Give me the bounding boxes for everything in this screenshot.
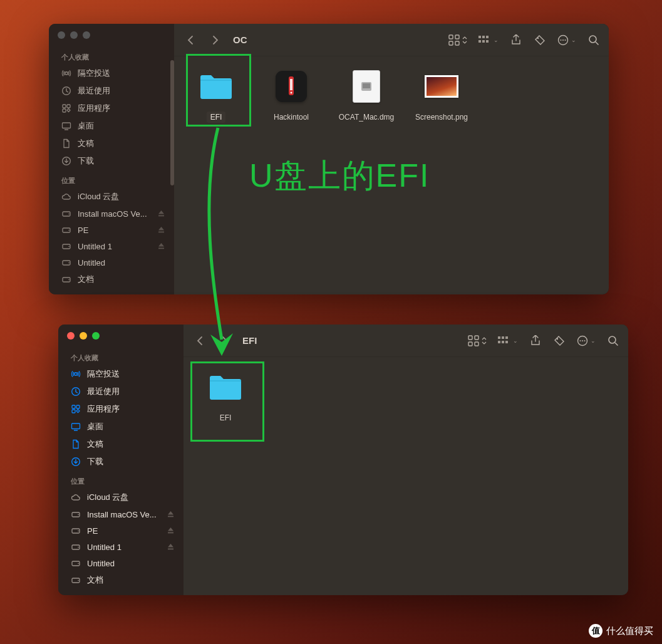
desktop-icon	[61, 121, 71, 131]
svg-point-63	[78, 580, 79, 581]
files-region[interactable]: EFIHackintoolOCAT_Mac.dmgScreenshot.png	[174, 56, 609, 294]
sidebar-item[interactable]: 文稿	[49, 135, 174, 152]
group-button[interactable]: ⌄	[478, 34, 499, 46]
file-item[interactable]: EFI	[194, 367, 257, 423]
eject-icon[interactable]	[158, 242, 165, 250]
sidebar-item-label: iCloud 云盘	[78, 191, 119, 202]
maximize-button[interactable]	[92, 332, 100, 340]
tags-button[interactable]	[553, 335, 566, 347]
folder-icon	[194, 66, 238, 106]
file-item[interactable]: Screenshot.png	[410, 66, 473, 123]
svg-rect-28	[478, 40, 481, 43]
sidebar-item[interactable]: 最近使用	[49, 82, 174, 100]
forward-button[interactable]	[208, 33, 223, 48]
sidebar-item[interactable]: Install macOS Ve...	[49, 205, 174, 222]
search-button[interactable]	[587, 34, 600, 46]
sidebar-item[interactable]: Untitled	[49, 254, 174, 271]
actions-button[interactable]: ⌄	[557, 34, 576, 46]
svg-rect-4	[63, 109, 66, 112]
sidebar-item[interactable]: iCloud 云盘	[58, 489, 184, 506]
sidebar-item[interactable]: 文档	[49, 271, 174, 288]
sidebar-item[interactable]: Untitled 1	[58, 539, 184, 555]
scrollbar[interactable]	[170, 60, 174, 185]
disk-icon	[71, 526, 81, 536]
forward-button[interactable]	[217, 333, 232, 348]
sidebar-item-label: 隔空投送	[78, 68, 110, 79]
search-button[interactable]	[607, 335, 619, 347]
file-item[interactable]: Hackintool	[259, 66, 323, 123]
image-icon	[420, 66, 463, 106]
sidebar-item[interactable]: Untitled 1	[49, 238, 174, 254]
sidebar-item-label: Install macOS Ve...	[87, 510, 157, 519]
sidebar-item[interactable]: 下载	[49, 152, 174, 170]
eject-icon[interactable]	[167, 543, 175, 551]
sidebar-item-label: 文档	[78, 274, 94, 285]
sidebar-item[interactable]: 桌面	[49, 117, 174, 135]
sidebar-item-label: 最近使用	[87, 386, 120, 397]
svg-rect-67	[475, 342, 478, 346]
sidebar-item[interactable]: 文稿	[58, 435, 184, 453]
sidebar-item[interactable]: 最近使用	[58, 383, 184, 400]
close-button[interactable]	[67, 332, 75, 340]
minimize-button[interactable]	[80, 332, 87, 340]
file-item[interactable]: OCAT_Mac.dmg	[334, 66, 398, 123]
actions-button[interactable]: ⌄	[577, 335, 596, 347]
sidebar-item[interactable]: 应用程序	[49, 100, 174, 117]
group-button[interactable]: ⌄	[498, 335, 518, 347]
sidebar-item-label: 最近使用	[78, 85, 110, 96]
svg-point-52	[78, 514, 79, 516]
sidebar-item[interactable]: 下载	[58, 453, 184, 470]
svg-point-15	[68, 246, 70, 247]
sidebar-item[interactable]: 隔空投送	[49, 65, 174, 82]
sidebar-item[interactable]: Untitled	[58, 555, 184, 571]
svg-point-9	[68, 214, 70, 215]
svg-rect-66	[468, 342, 472, 346]
sidebar-item[interactable]: 应用程序	[58, 400, 184, 418]
eject-icon[interactable]	[167, 511, 175, 518]
sidebar-item[interactable]: PE	[58, 522, 184, 539]
toolbar: OC ⌄ ⌄	[174, 24, 609, 56]
eject-icon[interactable]	[158, 226, 165, 234]
disk-icon	[71, 558, 81, 568]
minimize-button[interactable]	[70, 31, 78, 39]
svg-point-20	[68, 279, 70, 281]
svg-point-0	[65, 72, 68, 75]
eject-icon[interactable]	[158, 210, 165, 217]
sidebar-item[interactable]: 隔空投送	[58, 365, 184, 383]
svg-rect-27	[486, 36, 489, 38]
svg-rect-71	[498, 341, 500, 343]
disk-icon	[61, 257, 71, 267]
sidebar-item[interactable]: 桌面	[58, 418, 184, 435]
svg-rect-46	[76, 405, 80, 408]
share-button[interactable]	[529, 335, 542, 347]
desktop-icon	[71, 422, 81, 432]
files-region[interactable]: EFI	[184, 357, 628, 595]
tags-button[interactable]	[534, 34, 546, 46]
back-button[interactable]	[192, 333, 207, 348]
svg-rect-13	[158, 232, 164, 233]
file-item[interactable]: EFI	[184, 66, 248, 123]
share-button[interactable]	[510, 34, 522, 46]
svg-rect-3	[67, 105, 70, 108]
sidebar-item[interactable]: PE	[49, 222, 174, 238]
svg-point-55	[78, 531, 79, 532]
back-button[interactable]	[183, 33, 198, 48]
view-mode-button[interactable]	[468, 335, 487, 347]
close-button[interactable]	[58, 31, 65, 39]
sidebar-item-label: 文稿	[78, 138, 94, 149]
svg-rect-68	[498, 336, 500, 339]
sidebar-item[interactable]: iCloud 云盘	[49, 188, 174, 205]
sidebar-item[interactable]: 文档	[58, 571, 184, 589]
eject-icon[interactable]	[167, 527, 175, 534]
sidebar-item-label: iCloud 云盘	[87, 492, 128, 503]
svg-rect-42	[363, 83, 370, 88]
svg-point-79	[609, 336, 616, 343]
watermark-text: 什么值得买	[606, 625, 653, 637]
apps-icon	[61, 103, 71, 113]
svg-rect-53	[168, 516, 173, 517]
maximize-button[interactable]	[83, 31, 90, 39]
view-mode-button[interactable]	[448, 34, 467, 46]
cloud-icon	[71, 492, 81, 502]
sidebar-item[interactable]: Install macOS Ve...	[58, 506, 184, 522]
sidebar-item-label: 桌面	[78, 120, 94, 132]
